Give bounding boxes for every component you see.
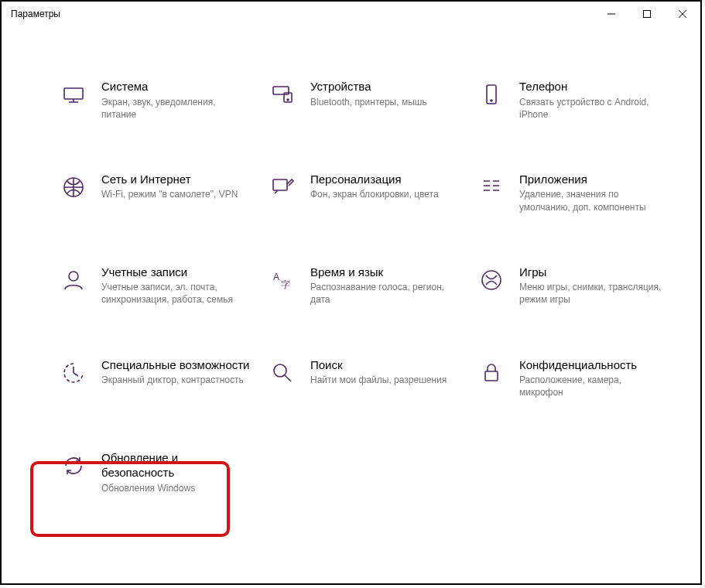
tile-desc: Найти мои файлы, разрешения — [310, 374, 447, 386]
search-icon — [269, 359, 296, 387]
user-icon — [60, 266, 87, 294]
tile-apps[interactable]: Приложения Удаление, значения по умолчан… — [477, 172, 671, 214]
svg-text:字: 字 — [281, 279, 290, 290]
tile-title: Игры — [519, 265, 666, 280]
tile-desc: Экран, звук, уведомления, питание — [101, 96, 248, 121]
tile-title: Учетные записи — [101, 265, 248, 280]
tile-network[interactable]: Сеть и Интернет Wi-Fi, режим "в самолете… — [60, 172, 253, 214]
settings-grid: Система Экран, звук, уведомления, питани… — [60, 79, 679, 494]
minimize-button[interactable] — [594, 2, 629, 26]
svg-rect-14 — [485, 371, 498, 381]
sync-icon — [60, 452, 87, 480]
svg-point-9 — [69, 272, 78, 281]
maximize-button[interactable] — [629, 2, 665, 26]
tile-desc: Фон, экран блокировки, цвета — [310, 188, 439, 200]
tile-title: Персонализация — [310, 172, 439, 187]
system-icon — [60, 80, 87, 108]
tile-title: Специальные возможности — [101, 357, 250, 373]
tile-personalization[interactable]: Персонализация Фон, экран блокировки, цв… — [269, 172, 462, 214]
svg-point-12 — [482, 271, 501, 289]
lock-icon — [477, 359, 505, 387]
phone-icon — [477, 80, 505, 108]
tile-desc: Экранный диктор, контрастность — [101, 374, 248, 386]
svg-point-6 — [491, 100, 492, 101]
close-button[interactable] — [665, 2, 700, 26]
tile-phone[interactable]: Телефон Связать устройство с Android, iP… — [477, 79, 671, 121]
svg-text:A: A — [273, 272, 279, 282]
tile-time-language[interactable]: A字 Время и язык Распознавание голоса, ре… — [269, 265, 462, 306]
window-title: Параметры — [11, 9, 60, 19]
tile-privacy[interactable]: Конфиденциальность Расположение, камера,… — [477, 357, 671, 399]
tile-desc: Расположение, камера, микрофон — [519, 374, 666, 398]
tile-desc: Связать устройство с Android, iPhone — [519, 96, 666, 121]
tile-desc: Bluetooth, принтеры, мышь — [310, 96, 427, 108]
accessibility-icon — [60, 359, 87, 387]
tile-title: Поиск — [310, 357, 447, 373]
settings-window: Параметры Система Экран, звук, уведомлен… — [0, 0, 702, 585]
tile-gaming[interactable]: Игры Меню игры, снимки, трансляция, режи… — [477, 265, 671, 306]
window-controls — [594, 2, 700, 26]
tile-accounts[interactable]: Учетные записи Учетные записи, эл. почта… — [60, 265, 253, 306]
titlebar: Параметры — [2, 2, 700, 26]
tile-title: Обновление и безопасность — [101, 450, 253, 480]
globe-icon — [60, 173, 87, 201]
brush-icon — [269, 173, 296, 201]
tile-desc: Учетные записи, эл. почта, синхронизация… — [101, 281, 248, 306]
apps-icon — [477, 173, 505, 201]
tile-search[interactable]: Поиск Найти мои файлы, разрешения — [269, 357, 462, 399]
tile-desc: Распознавание голоса, регион, дата — [310, 281, 457, 306]
tile-desc: Обновления Windows — [101, 482, 248, 494]
tile-devices[interactable]: Устройства Bluetooth, принтеры, мышь — [269, 79, 462, 121]
tile-title: Телефон — [519, 79, 666, 94]
tile-desc: Удаление, значения по умолчанию, доп. ко… — [519, 188, 666, 213]
svg-point-13 — [274, 364, 286, 377]
tile-desc: Wi-Fi, режим "в самолете", VPN — [101, 188, 238, 200]
tile-system[interactable]: Система Экран, звук, уведомления, питани… — [60, 79, 253, 121]
svg-rect-1 — [64, 88, 83, 99]
language-icon: A字 — [269, 266, 296, 294]
svg-rect-0 — [644, 11, 651, 18]
tile-title: Устройства — [310, 79, 427, 94]
tile-update-security[interactable]: Обновление и безопасность Обновления Win… — [60, 450, 253, 494]
svg-rect-8 — [273, 179, 287, 190]
tile-title: Время и язык — [310, 265, 457, 280]
tile-title: Приложения — [519, 172, 666, 187]
tile-title: Конфиденциальность — [519, 357, 666, 373]
xbox-icon — [477, 266, 505, 294]
tile-desc: Меню игры, снимки, трансляция, режим игр… — [519, 281, 666, 306]
devices-icon — [269, 80, 296, 108]
tile-title: Система — [101, 79, 248, 94]
tile-ease-of-access[interactable]: Специальные возможности Экранный диктор,… — [60, 357, 253, 399]
tile-title: Сеть и Интернет — [101, 172, 238, 187]
svg-point-4 — [287, 99, 289, 101]
